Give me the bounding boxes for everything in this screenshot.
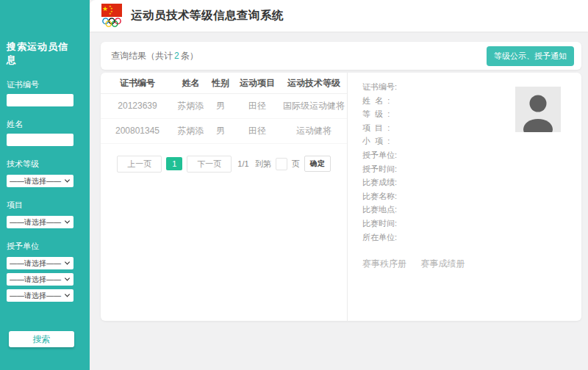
prev-page-button[interactable]: 上一页: [117, 156, 162, 173]
col-cert-no: 证书编号: [101, 74, 174, 93]
goto-page-input[interactable]: [276, 158, 287, 170]
detail-links: 赛事秩序册 赛事成绩册: [362, 256, 581, 270]
avatar-placeholder: [515, 87, 561, 132]
results-table: 证书编号 姓名 性别 运动项目 运动技术等级 20123639 苏炳添 男 田径…: [101, 74, 347, 144]
goto-suffix: 页: [292, 159, 300, 170]
col-gender: 性别: [207, 74, 234, 93]
unit-label: 授予单位: [7, 241, 74, 252]
cell-name: 苏炳添: [174, 118, 207, 143]
cell-sport: 田径: [234, 93, 281, 118]
next-page-button[interactable]: 下一页: [187, 156, 232, 173]
grade-select[interactable]: ——请选择——: [7, 175, 74, 187]
cell-sport: 田径: [234, 118, 281, 143]
search-button[interactable]: 搜索: [9, 331, 74, 347]
app-title: 运动员技术等级信息查询系统: [131, 8, 284, 23]
cell-grade: 国际级运动健将: [281, 93, 347, 118]
pagination: 上一页 1 下一页 1/1 到第 页 确定: [101, 156, 347, 173]
main-card: 证书编号 姓名 性别 运动项目 运动技术等级 20123639 苏炳添 男 田径…: [101, 73, 581, 321]
person-silhouette-icon: [515, 87, 561, 132]
svg-text:★: ★: [109, 11, 112, 15]
cell-cert-no: 200801345: [101, 118, 174, 143]
cell-cert-no: 20123639: [101, 93, 174, 118]
detail-label-time: 比赛时间:: [362, 217, 581, 231]
cell-grade: 运动健将: [281, 118, 347, 143]
detail-label-location: 比赛地点:: [362, 203, 581, 217]
header: ★ ★ ★ ★ ★ 运动员技术等级信息查询系统: [90, 0, 588, 32]
table-header-row: 证书编号 姓名 性别 运动项目 运动技术等级: [101, 74, 347, 93]
results-table-pane: 证书编号 姓名 性别 运动项目 运动技术等级 20123639 苏炳添 男 田径…: [101, 73, 348, 321]
cell-gender: 男: [207, 118, 234, 143]
current-page-button[interactable]: 1: [166, 157, 182, 170]
cert-no-input[interactable]: [7, 94, 74, 106]
grade-notice-button[interactable]: 等级公示、授予通知: [487, 46, 574, 66]
china-flag-icon: ★ ★ ★ ★ ★: [101, 4, 122, 17]
detail-label-award-time: 授予时间:: [362, 162, 581, 176]
grade-label: 技术等级: [7, 159, 74, 170]
unit-select-3[interactable]: ——请选择——: [7, 289, 74, 302]
detail-label-result: 比赛成绩:: [362, 175, 581, 189]
olympic-rings-icon: [101, 17, 122, 28]
col-name: 姓名: [174, 74, 207, 93]
cert-no-label: 证书编号: [7, 79, 74, 90]
results-summary: 查询结果（共计2条）: [111, 50, 198, 62]
detail-pane: 证书编号: 姓 名 : 等 级 : 项 目 : 小 项 : 授予单位: 授予时间…: [348, 73, 581, 321]
sport-select[interactable]: ——请选择——: [7, 216, 74, 228]
unit-select-2[interactable]: ——请选择——: [7, 273, 74, 286]
goto-prefix: 到第: [255, 159, 271, 170]
event-results-link[interactable]: 赛事成绩册: [420, 258, 465, 269]
sidebar-title: 搜索运动员信息: [7, 40, 74, 67]
search-sidebar: 搜索运动员信息 证书编号 姓名 技术等级 ——请选择—— 项目 ——请选择—— …: [0, 0, 90, 370]
results-count: 2: [174, 51, 179, 61]
col-sport: 运动项目: [234, 74, 281, 93]
goto-confirm-button[interactable]: 确定: [304, 156, 331, 172]
col-grade: 运动技术等级: [281, 74, 347, 93]
cell-name: 苏炳添: [174, 93, 207, 118]
name-label: 姓名: [7, 119, 74, 130]
page-info: 1/1: [237, 159, 248, 168]
sport-label: 项目: [7, 200, 74, 211]
svg-text:★: ★: [102, 5, 108, 12]
results-bar: 查询结果（共计2条） 等级公示、授予通知: [101, 42, 581, 70]
name-input[interactable]: [7, 134, 74, 146]
cell-gender: 男: [207, 93, 234, 118]
logo: ★ ★ ★ ★ ★: [101, 4, 122, 29]
event-program-link[interactable]: 赛事秩序册: [362, 258, 406, 269]
detail-label-event: 小 项 :: [362, 134, 581, 148]
detail-label-competition: 比赛名称:: [362, 189, 581, 203]
table-row[interactable]: 20123639 苏炳添 男 田径 国际级运动健将: [101, 93, 347, 118]
detail-label-award-unit: 授予单位:: [362, 148, 581, 162]
unit-select-1[interactable]: ——请选择——: [7, 257, 74, 269]
table-row[interactable]: 200801345 苏炳添 男 田径 运动健将: [101, 118, 347, 143]
detail-label-org: 所在单位:: [362, 231, 581, 244]
